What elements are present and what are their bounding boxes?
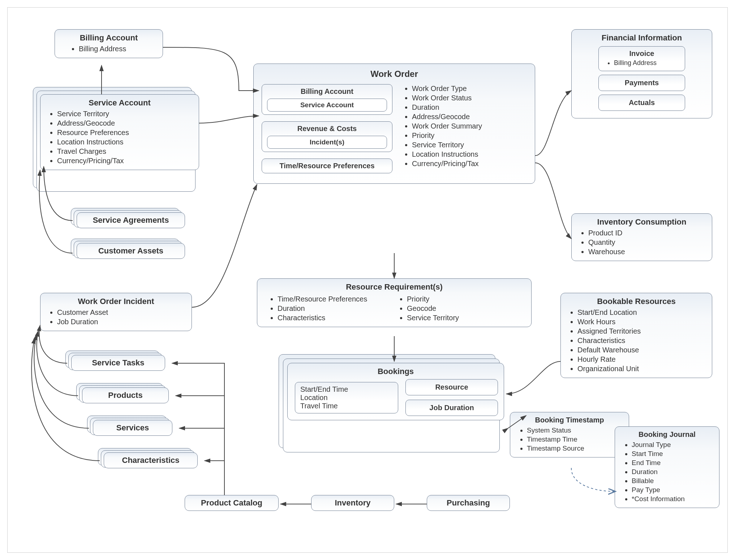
- work-order-attrs: Work Order Type Work Order Status Durati…: [405, 83, 528, 169]
- wo-billing-account: Billing Account Service Account: [262, 84, 392, 115]
- billing-account-node: Billing Account Billing Address: [55, 29, 163, 58]
- wo-incidents: Incident(s): [267, 136, 387, 149]
- work-order-title: Work Order: [260, 69, 528, 79]
- billing-account-title: Billing Account: [61, 33, 157, 43]
- bookings-stack: Bookings Start/End Time Location Travel …: [279, 354, 503, 455]
- financial-title: Financial Information: [577, 33, 706, 43]
- bookable-resources-node: Bookable Resources Start/End Location Wo…: [560, 293, 712, 378]
- inventory-consumption-node: Inventory Consumption Product ID Quantit…: [571, 213, 712, 261]
- financial-info-node: Financial Information Invoice Billing Ad…: [571, 29, 712, 118]
- resource-req-node: Resource Requirement(s) Time/Resource Pr…: [257, 278, 532, 327]
- work-order-node: Work Order Billing Account Service Accou…: [253, 64, 535, 184]
- woi-title: Work Order Incident: [46, 297, 186, 306]
- wo-service-account: Service Account: [267, 99, 387, 112]
- resource-req-lists: Time/Resource Preferences Duration Chara…: [263, 294, 525, 323]
- diagram-canvas: Billing Account Billing Address Service …: [7, 7, 728, 553]
- service-account-title: Service Account: [46, 98, 193, 108]
- inv-cons-title: Inventory Consumption: [577, 217, 706, 227]
- service-agreements-stack: Service Agreements: [71, 208, 186, 230]
- actuals-node: Actuals: [598, 95, 685, 111]
- bookable-resources-list: Start/End Location Work Hours Assigned T…: [570, 308, 706, 373]
- bookings-resource: Resource: [405, 379, 498, 395]
- wo-revenue-costs: Revenue & Costs Incident(s): [262, 121, 392, 152]
- booking-journal-node: Booking Journal Journal Type Start Time …: [615, 426, 719, 508]
- customer-assets-title: Customer Assets: [84, 246, 177, 256]
- booking-timestamp-node: Booking Timestamp System Status Timestam…: [510, 412, 629, 457]
- service-agreements-title: Service Agreements: [84, 216, 177, 225]
- bookings-details: Start/End Time Location Travel Time: [295, 382, 398, 413]
- service-account-stack: Service Account Service Territory Addres…: [33, 87, 195, 195]
- bookings-job-duration: Job Duration: [405, 400, 498, 416]
- inv-cons-list: Product ID Quantity Warehouse: [581, 229, 706, 256]
- invoice-node: Invoice Billing Address: [598, 46, 685, 71]
- service-account-list: Service Territory Address/Geocode Resour…: [50, 110, 193, 165]
- woi-list: Customer Asset Job Duration: [50, 308, 186, 326]
- purchasing-node: Purchasing: [427, 495, 510, 511]
- booking-journal-list: Journal Type Start Time End Time Duratio…: [624, 441, 713, 503]
- payments-node: Payments: [598, 75, 685, 91]
- product-catalog-node: Product Catalog: [185, 495, 279, 511]
- billing-account-list: Billing Address: [64, 45, 157, 53]
- inventory-node: Inventory: [311, 495, 394, 511]
- booking-timestamp-list: System Status Timestamp Time Timestamp S…: [520, 426, 623, 452]
- wo-time-resource: Time/Resource Preferences: [262, 159, 392, 173]
- customer-assets-stack: Customer Assets: [71, 239, 186, 260]
- work-order-incident-node: Work Order Incident Customer Asset Job D…: [40, 293, 192, 331]
